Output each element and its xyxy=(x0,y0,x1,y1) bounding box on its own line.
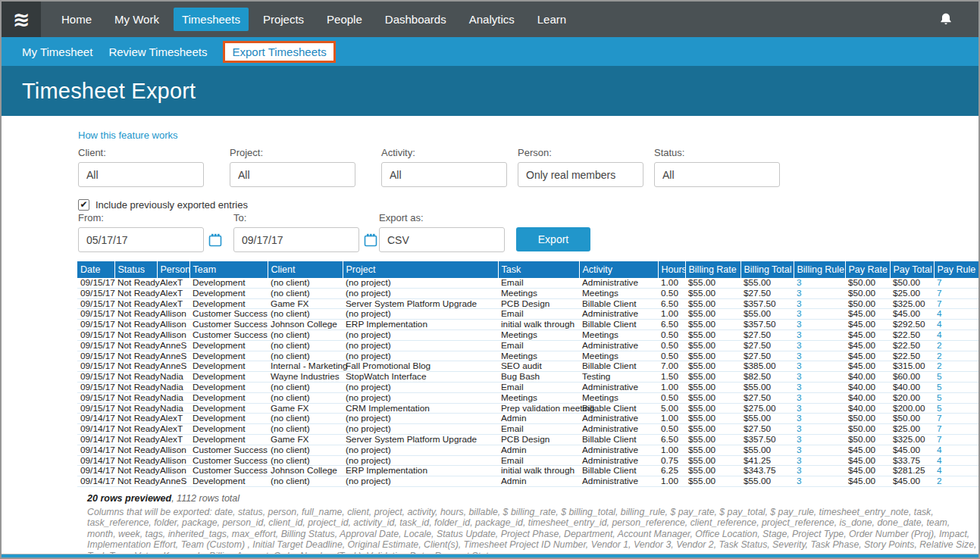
nav-item-timesheets[interactable]: Timesheets xyxy=(174,8,249,31)
nav-item-home[interactable]: Home xyxy=(53,8,100,31)
person-filter-input[interactable] xyxy=(518,162,643,187)
pay-rule-link[interactable]: 4 xyxy=(934,329,980,340)
pay-rule-link[interactable]: 4 xyxy=(934,455,980,466)
cell-date: 09/15/17 xyxy=(77,351,114,361)
pay-rule-link[interactable]: 2 xyxy=(934,351,980,361)
billing-rule-link[interactable]: 3 xyxy=(794,445,845,455)
cell-hours: 0.50 xyxy=(658,351,685,361)
billing-rule-link[interactable]: 3 xyxy=(794,424,845,435)
to-date-input[interactable] xyxy=(233,227,359,252)
billing-rule-link[interactable]: 3 xyxy=(794,372,845,383)
cell-client: (no client) xyxy=(268,278,343,288)
billing-rule-link[interactable]: 3 xyxy=(794,403,845,414)
cell-hours: 0.50 xyxy=(658,424,685,435)
top-nav: ≋ HomeMy WorkTimesheetsProjectsPeopleDas… xyxy=(2,2,978,37)
billing-rule-link[interactable]: 3 xyxy=(794,434,845,445)
pay-rule-link[interactable]: 5 xyxy=(934,403,980,414)
cell-activity: Billable Client xyxy=(579,434,658,445)
cell-activity: Billable Client xyxy=(579,320,658,330)
billing-rule-link[interactable]: 3 xyxy=(794,361,845,372)
pay-rule-link[interactable]: 7 xyxy=(934,288,980,298)
pay-rule-link[interactable]: 7 xyxy=(934,278,980,288)
billing-rule-link[interactable]: 3 xyxy=(794,309,845,320)
nav-item-projects[interactable]: Projects xyxy=(255,8,312,31)
pay-rule-link[interactable]: 7 xyxy=(934,434,980,445)
export-format-input[interactable] xyxy=(379,227,505,252)
billing-rule-link[interactable]: 3 xyxy=(794,320,845,330)
pay-rule-link[interactable]: 5 xyxy=(934,392,980,403)
cell-hours: 1.00 xyxy=(658,476,685,487)
cell-hours: 6.25 xyxy=(658,466,685,476)
cell-person: AlexT xyxy=(157,434,189,445)
cell-billing-total: $27.50 xyxy=(740,351,794,361)
cell-pay-rate: $50.00 xyxy=(845,288,890,298)
nav-item-people[interactable]: People xyxy=(318,8,371,31)
timesheet-preview-table: DateStatusPersonTeamClientProjectTaskAct… xyxy=(77,261,980,487)
pay-rule-link[interactable]: 5 xyxy=(934,372,980,383)
cell-person: Allison xyxy=(157,329,189,340)
cell-pay-total: $325.00 xyxy=(890,434,934,445)
cell-team: Customer Success xyxy=(189,329,268,340)
cell-person: Allison xyxy=(157,445,189,455)
pay-rule-link[interactable]: 4 xyxy=(934,466,980,476)
pay-rule-link[interactable]: 2 xyxy=(934,361,980,372)
billing-rule-link[interactable]: 3 xyxy=(794,351,845,361)
table-row: 09/15/17Not ReadyAllisonCustomer Success… xyxy=(77,309,980,320)
billing-rule-link[interactable]: 3 xyxy=(794,288,845,298)
cell-pay-total: $25.00 xyxy=(890,288,934,298)
billing-rule-link[interactable]: 3 xyxy=(794,340,845,351)
billing-rule-link[interactable]: 3 xyxy=(794,329,845,340)
cell-pay-rate: $45.00 xyxy=(845,340,890,351)
nav-item-analytics[interactable]: Analytics xyxy=(461,8,523,31)
subnav-item-review-timesheets[interactable]: Review Timesheets xyxy=(108,45,207,58)
subnav-item-my-timesheet[interactable]: My Timesheet xyxy=(22,45,92,58)
nav-item-dashboards[interactable]: Dashboards xyxy=(377,8,455,31)
cell-person: Nadia xyxy=(157,372,189,383)
client-filter-input[interactable] xyxy=(78,162,204,187)
pay-rule-link[interactable]: 4 xyxy=(934,309,980,320)
billing-rule-link[interactable]: 3 xyxy=(794,382,845,392)
billing-rule-link[interactable]: 3 xyxy=(794,414,845,424)
cell-team: Development xyxy=(189,278,268,288)
pay-rule-link[interactable]: 4 xyxy=(934,320,980,330)
status-filter-input[interactable] xyxy=(654,162,780,187)
billing-rule-link[interactable]: 3 xyxy=(794,278,845,288)
cell-pay-rate: $50.00 xyxy=(845,424,890,435)
pay-rule-link[interactable]: 4 xyxy=(934,445,980,455)
calendar-icon[interactable] xyxy=(208,233,222,247)
cell-project: (no project) xyxy=(343,278,498,288)
cell-hours: 1.00 xyxy=(658,278,685,288)
export-button[interactable]: Export xyxy=(516,227,590,251)
billing-rule-link[interactable]: 3 xyxy=(794,392,845,403)
pay-rule-link[interactable]: 7 xyxy=(934,424,980,435)
sub-nav: My TimesheetReview TimesheetsExport Time… xyxy=(2,37,978,66)
activity-filter-input[interactable] xyxy=(381,162,507,187)
billing-rule-link[interactable]: 3 xyxy=(794,476,845,487)
rows-total-count: , 1112 rows total xyxy=(171,493,240,504)
billing-rule-link[interactable]: 3 xyxy=(794,455,845,466)
pay-rule-link[interactable]: 2 xyxy=(934,476,980,487)
liquidplanner-waves-icon[interactable]: ≋ xyxy=(2,2,41,37)
calendar-icon[interactable] xyxy=(364,233,377,247)
notification-bell-icon[interactable] xyxy=(938,11,953,28)
cell-billing-rate: $55.00 xyxy=(685,372,740,383)
subnav-item-export-timesheets[interactable]: Export Timesheets xyxy=(223,41,335,63)
cell-task: initial walk through xyxy=(498,466,579,476)
pay-rule-link[interactable]: 7 xyxy=(934,414,980,424)
help-link[interactable]: How this feature works xyxy=(78,130,178,141)
table-row: 09/15/17Not ReadyAlexTDevelopment(no cli… xyxy=(77,278,980,288)
pay-rule-link[interactable]: 5 xyxy=(934,382,980,392)
cell-client: Internal - Marketing xyxy=(268,361,343,372)
pay-rule-link[interactable]: 2 xyxy=(934,340,980,351)
nav-item-learn[interactable]: Learn xyxy=(529,8,575,31)
pay-rule-link[interactable]: 7 xyxy=(934,298,980,309)
billing-rule-link[interactable]: 3 xyxy=(794,298,845,309)
from-date-input[interactable] xyxy=(78,227,204,252)
cell-person: AnneS xyxy=(157,340,189,351)
cell-date: 09/14/17 xyxy=(77,455,114,466)
nav-item-my-work[interactable]: My Work xyxy=(106,8,168,31)
include-exported-checkbox[interactable]: ✔ xyxy=(78,199,89,211)
cell-task: Meetings xyxy=(498,392,579,403)
billing-rule-link[interactable]: 3 xyxy=(794,466,845,476)
project-filter-input[interactable] xyxy=(230,162,355,187)
